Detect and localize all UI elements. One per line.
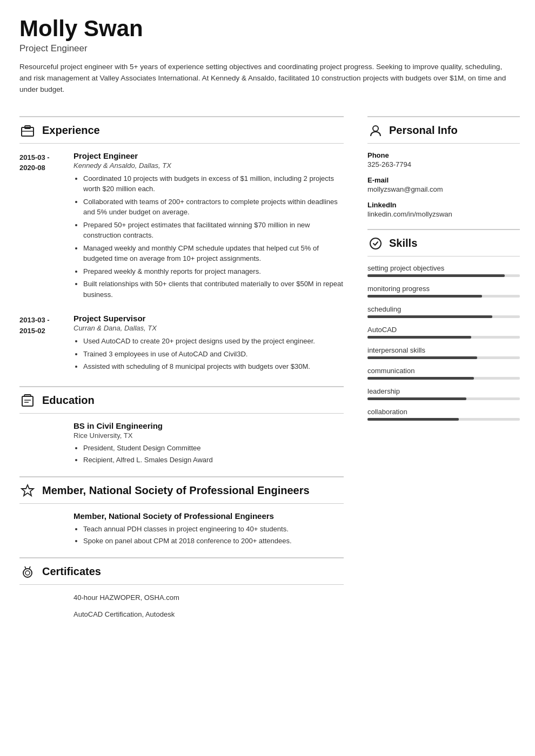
- personal-info-icon: [367, 123, 384, 139]
- skills-icon: [367, 235, 384, 252]
- skill-name: scheduling: [367, 305, 520, 313]
- exp-content: Project EngineerKennedy & Ansaldo, Dalla…: [73, 151, 344, 302]
- edu-degree: BS in Civil Engineering: [73, 421, 344, 430]
- skill-item: scheduling: [367, 305, 520, 318]
- skill-name: communication: [367, 367, 520, 375]
- edu-bullets: President, Student Design CommitteeRecip…: [73, 443, 344, 465]
- skill-bar-fill: [367, 356, 477, 359]
- svg-line-10: [29, 566, 30, 569]
- skill-item: leadership: [367, 387, 520, 400]
- skill-bar-bg: [367, 295, 520, 298]
- linkedin-info: LinkedIn linkedin.com/in/mollyzswan: [367, 201, 520, 218]
- phone-info: Phone 325-263-7794: [367, 151, 520, 168]
- main-layout: Experience 2015-03 - 2020-08Project Engi…: [0, 105, 535, 756]
- skill-name: setting project objectives: [367, 264, 520, 272]
- skill-bar-bg: [367, 397, 520, 400]
- candidate-name: Molly Swan: [19, 16, 516, 41]
- exp-bullet: Coordinated 10 projects with budgets in …: [83, 173, 344, 194]
- skill-bar-bg: [367, 418, 520, 421]
- skill-item: collaboration: [367, 408, 520, 421]
- cert-entry: AutoCAD Certification, Autodesk: [73, 609, 344, 620]
- skill-name: leadership: [367, 387, 520, 395]
- skills-list: setting project objectivesmonitoring pro…: [367, 264, 520, 421]
- skill-bar-bg: [367, 336, 520, 339]
- skill-bar-fill: [367, 418, 459, 421]
- svg-point-7: [23, 569, 32, 577]
- exp-bullet: Prepared weekly & monthly reports for pr…: [83, 266, 344, 277]
- membership-title: Member, National Society of Professional…: [73, 511, 344, 521]
- skill-name: interpersonal skills: [367, 346, 520, 354]
- exp-title: Project Engineer: [73, 151, 344, 160]
- header-section: Molly Swan Project Engineer Resourceful …: [0, 0, 535, 105]
- svg-rect-3: [22, 396, 33, 406]
- membership-bullet: Spoke on panel about CPM at 2018 confere…: [83, 536, 344, 546]
- summary-text: Resourceful project engineer with 5+ yea…: [19, 62, 516, 96]
- cert-text: 40-hour HAZWOPER, OSHA.com: [73, 592, 344, 604]
- svg-point-12: [370, 238, 381, 249]
- svg-marker-6: [22, 485, 34, 496]
- skill-bar-bg: [367, 356, 520, 359]
- experience-icon: [19, 123, 36, 139]
- exp-bullet: Managed weekly and monthly CPM schedule …: [83, 243, 344, 264]
- exp-bullet: Collaborated with teams of 200+ contract…: [83, 197, 344, 218]
- exp-company: Kennedy & Ansaldo, Dallas, TX: [73, 161, 344, 170]
- experience-list: 2015-03 - 2020-08Project EngineerKennedy…: [19, 151, 344, 374]
- skill-name: AutoCAD: [367, 326, 520, 334]
- membership-content: Member, National Society of Professional…: [19, 511, 344, 546]
- linkedin-label: LinkedIn: [367, 201, 520, 209]
- skill-item: AutoCAD: [367, 326, 520, 339]
- exp-bullet: Assisted with scheduling of 8 municipal …: [83, 361, 344, 372]
- phone-value: 325-263-7794: [367, 160, 520, 168]
- skills-section-header: Skills: [367, 229, 520, 256]
- certificates-icon: [19, 564, 36, 580]
- membership-bullet: Teach annual PDH classes in project engi…: [83, 524, 344, 535]
- exp-bullets: Coordinated 10 projects with budgets in …: [73, 173, 344, 300]
- skill-bar-fill: [367, 274, 505, 277]
- email-label: E-mail: [367, 176, 520, 184]
- right-column: Personal Info Phone 325-263-7794 E-mail …: [357, 105, 535, 756]
- education-label: Education: [42, 394, 95, 407]
- experience-entry: 2015-03 - 2020-08Project EngineerKennedy…: [19, 151, 344, 302]
- skill-item: communication: [367, 367, 520, 380]
- experience-entry: 2013-03 - 2015-02Project SupervisorCurra…: [19, 314, 344, 374]
- skill-bar-bg: [367, 377, 520, 380]
- cert-text: AutoCAD Certification, Autodesk: [73, 609, 344, 620]
- job-title: Project Engineer: [19, 43, 516, 54]
- skill-name: collaboration: [367, 408, 520, 416]
- education-icon: [19, 393, 36, 409]
- phone-label: Phone: [367, 151, 520, 159]
- certificates-section-header: Certificates: [19, 557, 344, 585]
- exp-content: Project SupervisorCurran & Dana, Dallas,…: [73, 314, 344, 374]
- skill-item: monitoring progress: [367, 285, 520, 298]
- education-section-header: Education: [19, 386, 344, 414]
- personal-info-section-header: Personal Info: [367, 116, 520, 144]
- email-value: mollyzswan@gmail.com: [367, 185, 520, 193]
- linkedin-value: linkedin.com/in/mollyzswan: [367, 210, 520, 218]
- exp-dates: 2013-03 - 2015-02: [19, 314, 73, 374]
- exp-company: Curran & Dana, Dallas, TX: [73, 324, 344, 332]
- skill-bar-fill: [367, 397, 466, 400]
- edu-bullet: President, Student Design Committee: [83, 443, 344, 454]
- certificates-label: Certificates: [42, 565, 101, 578]
- education-list: BS in Civil EngineeringRice University, …: [19, 421, 344, 465]
- exp-bullet: Used AutoCAD to create 20+ project desig…: [83, 336, 344, 347]
- svg-point-11: [373, 126, 378, 131]
- membership-bullets: Teach annual PDH classes in project engi…: [73, 524, 344, 546]
- resume-container: Molly Swan Project Engineer Resourceful …: [0, 0, 535, 756]
- cert-entry: 40-hour HAZWOPER, OSHA.com: [73, 592, 344, 604]
- skill-bar-fill: [367, 336, 471, 339]
- skill-bar-fill: [367, 315, 492, 318]
- exp-dates: 2015-03 - 2020-08: [19, 151, 73, 302]
- certificates-list: 40-hour HAZWOPER, OSHA.comAutoCAD Certif…: [19, 592, 344, 620]
- svg-line-9: [25, 566, 26, 569]
- education-entry: BS in Civil EngineeringRice University, …: [73, 421, 344, 465]
- edu-bullet: Recipient, Alfred L. Smales Design Award: [83, 455, 344, 465]
- skill-bar-bg: [367, 274, 520, 277]
- membership-label: Member, National Society of Professional…: [42, 484, 310, 497]
- membership-section-header: Member, National Society of Professional…: [19, 476, 344, 504]
- skill-bar-bg: [367, 315, 520, 318]
- experience-section-header: Experience: [19, 116, 344, 144]
- exp-title: Project Supervisor: [73, 314, 344, 323]
- skill-item: interpersonal skills: [367, 346, 520, 359]
- skill-name: monitoring progress: [367, 285, 520, 293]
